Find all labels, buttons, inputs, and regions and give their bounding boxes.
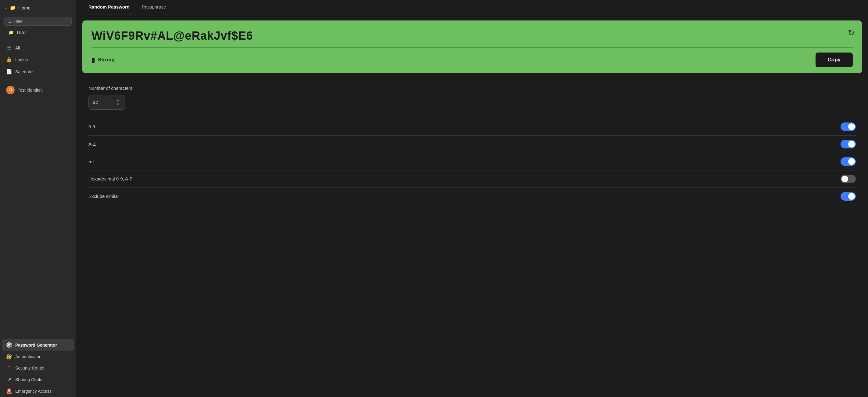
toggle-row-lowercase: a-z [88,153,856,170]
all-icon: ☰ [6,45,12,51]
password-display-area: WiV6F9Rv#AL@eRakJvf$E6 ↻ ▮ Strong Copy [82,21,862,73]
options-area: Number of characters ▲ ▼ 0-9 A-Z [76,79,868,211]
toggle-hexadecimal[interactable] [841,175,856,183]
toggle-uppercase-label: A-Z [88,141,96,147]
sidebar-home[interactable]: ⌄ 📁 Home [0,0,76,16]
num-chars-input[interactable] [93,100,111,105]
toggle-lowercase[interactable] [841,157,856,166]
sidebar-item-security-center[interactable]: 🛡 Security Center [2,363,74,373]
sidebar-bottom-section: 🎲 Password Generator 🔐 Authenticator 🛡 S… [0,339,76,397]
sidebar-item-authenticator[interactable]: 🔐 Authenticator [2,351,74,362]
test-folder-label: TEST [16,30,27,35]
note-icon: 📄 [6,69,12,75]
avatar: TI [6,86,14,94]
num-chars-input-wrapper: ▲ ▼ [88,95,125,110]
sidebar: ⌄ 📁 Home ☰ Filter 📁 TEST ☰ All 🔒 Logins … [0,0,76,397]
toggle-digits[interactable] [841,122,856,131]
sidebar-item-all-label: All [15,46,20,50]
sidebar-item-password-generator-label: Password Generator [15,343,57,347]
authenticator-icon: 🔐 [6,353,12,360]
toggle-exclude-similar-track[interactable] [841,192,856,201]
sidebar-item-all[interactable]: ☰ All [2,42,74,53]
refresh-button[interactable]: ↻ [847,28,855,38]
tab-bar: Random Password Passphrase [76,0,868,15]
toggle-uppercase-track[interactable] [841,140,856,148]
sidebar-item-safenotes[interactable]: 📄 Safenotes [2,66,74,77]
folder-icon: 📁 [10,5,16,11]
toggle-row-uppercase: A-Z [88,136,856,153]
strength-label: Strong [98,57,115,63]
sidebar-item-security-center-label: Security Center [15,366,44,370]
toggle-row-hexadecimal: Hexadecimal 0-9, A-F [88,170,856,188]
copy-button[interactable]: Copy [815,53,853,67]
tab-random-password[interactable]: Random Password [82,0,136,15]
filter-icon: ☰ [8,19,12,24]
num-chars-row: Number of characters ▲ ▼ [88,86,856,110]
sidebar-item-test[interactable]: 📁 TEST [0,28,76,37]
toggle-uppercase-thumb [848,141,855,147]
sidebar-divider-2 [0,80,76,80]
shield-icon: 🛡 [6,365,12,371]
tab-passphrase[interactable]: Passphrase [136,0,172,15]
toggle-hexadecimal-track[interactable] [841,175,856,183]
num-chars-stepper: ▲ ▼ [116,98,121,106]
main-content: Random Password Passphrase WiV6F9Rv#AL@e… [76,0,868,397]
toggle-row-digits: 0-9 [88,118,856,136]
toggle-lowercase-label: a-z [88,159,95,164]
password-footer: ▮ Strong Copy [92,53,853,67]
toggle-exclude-similar-label: Exclude similar [88,194,119,199]
sidebar-item-sharing-center-label: Sharing Center [15,377,44,382]
toggle-row-exclude-similar: Exclude similar [88,188,856,205]
toggle-lowercase-track[interactable] [841,157,856,166]
share-icon: ↗ [6,376,12,382]
sidebar-item-sharing-center[interactable]: ↗ Sharing Center [2,374,74,385]
chevron-down-icon: ⌄ [4,6,7,10]
toggle-exclude-similar[interactable] [841,192,856,201]
sidebar-item-logins-label: Logins [15,57,28,62]
sidebar-divider-3 [0,100,76,100]
num-chars-increment[interactable]: ▲ [116,98,121,102]
refresh-icon: ↻ [847,28,855,37]
password-divider [92,47,853,48]
num-chars-label: Number of characters [88,86,856,91]
toggle-exclude-similar-thumb [848,193,855,200]
filter-label: Filter [14,19,23,24]
sidebar-item-safenotes-label: Safenotes [15,69,34,74]
sidebar-item-emergency-access-label: Emergency Access [15,389,52,394]
sidebar-item-logins[interactable]: 🔒 Logins [2,54,74,65]
generated-password: WiV6F9Rv#AL@eRakJvf$E6 [92,29,853,43]
toggle-hexadecimal-label: Hexadecimal 0-9, A-F [88,176,132,181]
toggle-digits-track[interactable] [841,122,856,131]
lock-icon: 🔒 [6,57,12,63]
sidebar-item-authenticator-label: Authenticator [15,354,40,359]
num-chars-decrement[interactable]: ▼ [116,103,121,106]
filter-button[interactable]: ☰ Filter [4,17,72,26]
strength-shield-icon: ▮ [92,56,95,63]
strength-badge: ▮ Strong [92,56,115,63]
emergency-icon: 🚨 [6,388,12,394]
sidebar-item-identity[interactable]: TI Test identiteit [2,83,74,97]
sidebar-item-emergency-access[interactable]: 🚨 Emergency Access [2,386,74,397]
toggle-digits-thumb [848,123,855,130]
toggle-uppercase[interactable] [841,140,856,148]
sidebar-home-label: Home [18,5,31,10]
password-generator-icon: 🎲 [6,342,12,348]
toggle-hexadecimal-thumb [841,176,848,182]
sidebar-divider-1 [0,39,76,39]
toggle-lowercase-thumb [848,158,855,165]
toggle-digits-label: 0-9 [88,124,95,129]
folder-icon: 📁 [8,30,14,35]
identity-label: Test identiteit [18,88,43,92]
sidebar-item-password-generator[interactable]: 🎲 Password Generator [2,339,74,350]
